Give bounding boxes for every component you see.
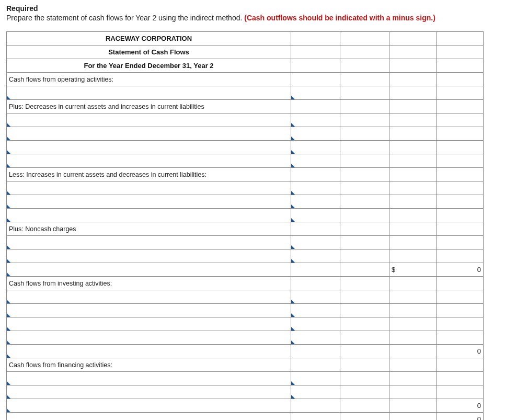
dropdown-cell[interactable] [7,399,291,413]
header-title: Statement of Cash Flows [7,46,291,59]
amount-cell[interactable] [291,304,340,317]
instructions-line: Prepare the statement of cash flows for … [6,14,499,22]
row-plus-decreases: Plus: Decreases in current assets and in… [7,100,291,113]
header-company: RACEWAY CORPORATION [7,32,291,46]
amount-cell[interactable] [291,127,340,141]
subtotal-operating: 0 [437,263,484,277]
dropdown-cell[interactable] [7,290,291,304]
amount-cell[interactable] [291,195,340,209]
net-change-cash: 0 [437,413,484,421]
dropdown-cell[interactable] [7,372,291,385]
instructions-text: Prepare the statement of cash flows for … [6,14,244,22]
statement-table: RACEWAY CORPORATION Statement of Cash Fl… [6,31,484,420]
amount-cell[interactable] [291,331,340,345]
dropdown-cell[interactable] [7,181,291,195]
dropdown-cell[interactable] [7,154,291,168]
row-less-increases: Less: Increases in current assets and de… [7,168,291,181]
amount-cell[interactable] [291,181,340,195]
dropdown-cell[interactable] [7,209,291,222]
dropdown-cell[interactable] [7,263,291,277]
amount-cell[interactable] [291,290,340,304]
row-plus-noncash: Plus: Noncash charges [7,222,291,236]
amount-cell[interactable] [340,385,389,399]
row-operating-activities: Cash flows from operating activities: [7,73,291,86]
currency-symbol: $ [389,263,437,277]
amount-cell[interactable] [340,249,389,263]
amount-cell[interactable] [291,249,340,263]
dropdown-cell[interactable] [7,304,291,317]
dropdown-cell[interactable] [7,113,291,127]
row-financing-activities: Cash flows from financing activities: [7,358,291,372]
amount-cell[interactable] [291,113,340,127]
amount-cell[interactable] [291,372,340,385]
dropdown-cell[interactable] [7,413,291,421]
dropdown-cell[interactable] [7,317,291,331]
dropdown-cell[interactable] [7,127,291,141]
header-period: For the Year Ended December 31, Year 2 [7,59,291,73]
dropdown-cell[interactable] [7,331,291,345]
amount-cell[interactable] [291,236,340,249]
amount-cell[interactable] [291,86,340,100]
amount-cell[interactable] [291,73,340,86]
dropdown-cell[interactable] [7,195,291,209]
amount-cell[interactable] [340,331,389,345]
subtotal-investing: 0 [437,345,484,358]
row-investing-activities: Cash flows from investing activities: [7,277,291,290]
instructions-hint: (Cash outflows should be indicated with … [244,14,435,22]
amount-cell[interactable] [291,154,340,168]
amount-cell[interactable] [340,86,389,100]
amount-cell[interactable] [291,141,340,154]
amount-cell[interactable] [291,385,340,399]
amount-cell[interactable] [291,209,340,222]
subtotal-financing: 0 [437,399,484,413]
dropdown-cell[interactable] [7,236,291,249]
dropdown-cell[interactable] [7,345,291,358]
dropdown-cell[interactable] [7,385,291,399]
dropdown-cell[interactable] [7,141,291,154]
amount-cell[interactable] [291,317,340,331]
dropdown-cell[interactable] [7,86,291,100]
dropdown-cell[interactable] [7,249,291,263]
required-heading: Required [6,4,499,13]
